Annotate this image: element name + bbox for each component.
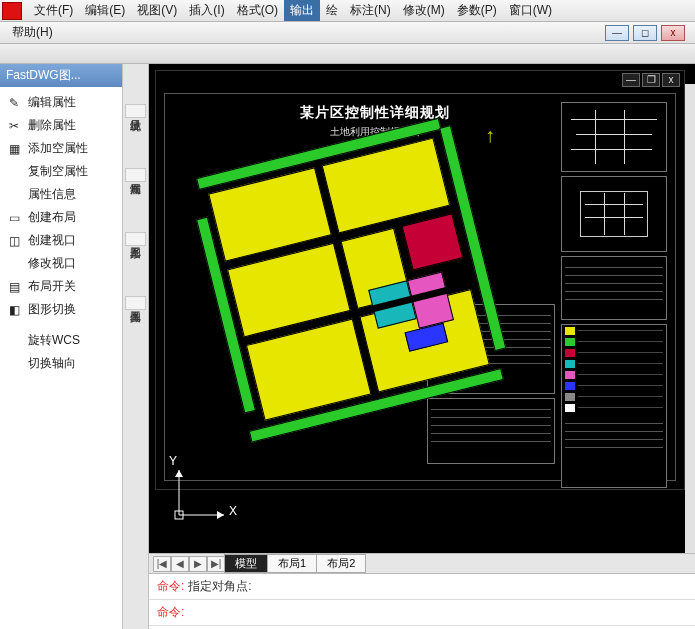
vtab-attr-layout[interactable]: 属性布局 [125, 168, 146, 182]
panel-item-mod-viewport[interactable]: 修改视口 [0, 252, 122, 275]
pencil-icon: ✎ [6, 95, 22, 111]
panel-item-edit-attr[interactable]: ✎编辑属性 [0, 91, 122, 114]
doc-close-button[interactable]: x [662, 73, 680, 87]
panel-item-label: 编辑属性 [28, 94, 76, 111]
tab-nav-first[interactable]: |◀ [153, 556, 171, 572]
ucs-y-label: Y [169, 454, 177, 468]
ucs-x-label: X [229, 504, 237, 518]
layout-tab-2[interactable]: 布局2 [316, 554, 366, 573]
blank-icon [6, 256, 22, 272]
command-input[interactable] [186, 600, 190, 625]
index-panel [561, 176, 667, 252]
tab-nav-prev[interactable]: ◀ [171, 556, 189, 572]
menu-view[interactable]: 视图(V) [131, 0, 183, 21]
grid-icon: ▦ [6, 141, 22, 157]
panel-item-info-attr[interactable]: 属性信息 [0, 183, 122, 206]
doc-minimize-button[interactable]: — [622, 73, 640, 87]
side-panel: FastDWG图... ✎编辑属性 ✂删除属性 ▦添加空属性 复制空属性 属性信… [0, 64, 123, 629]
menu-annotate[interactable]: 标注(N) [344, 0, 397, 21]
panel-item-label: 创建布局 [28, 209, 76, 226]
ucs-icon: X Y [169, 460, 239, 533]
menu-bar: 文件(F) 编辑(E) 视图(V) 插入(I) 格式(O) 输出 绘 标注(N)… [0, 0, 695, 22]
tab-nav-next[interactable]: ▶ [189, 556, 207, 572]
canvas-wrap: — ❐ x 某片区控制性详细规划 土地利用控制规划图 ↑ [149, 64, 695, 629]
switch-icon: ◧ [6, 302, 22, 318]
keymap-panel [561, 102, 667, 172]
close-button[interactable]: x [661, 25, 685, 41]
command-area: 命令: 指定对角点: 命令: [149, 573, 695, 629]
menu-param[interactable]: 参数(P) [451, 0, 503, 21]
tab-nav-last[interactable]: ▶| [207, 556, 225, 572]
layout-tab-1[interactable]: 布局1 [267, 554, 317, 573]
panel-item-label: 删除属性 [28, 117, 76, 134]
menu-edit[interactable]: 编辑(E) [79, 0, 131, 21]
panel-item-label: 布局开关 [28, 278, 76, 295]
drawing-canvas[interactable]: — ❐ x 某片区控制性详细规划 土地利用控制规划图 ↑ [149, 64, 695, 553]
north-arrow-icon: ↑ [485, 124, 495, 147]
toolbar-strip [0, 44, 695, 64]
menu-format[interactable]: 格式(O) [231, 0, 284, 21]
panel-item-label: 复制空属性 [28, 163, 88, 180]
blank-icon [6, 187, 22, 203]
notes-panel [427, 398, 555, 464]
vtab-graphic-tools[interactable]: 图形工具 [125, 232, 146, 246]
blank-icon [6, 356, 22, 372]
vtab-image-tools[interactable]: 图像工具 [125, 296, 146, 310]
panel-item-del-attr[interactable]: ✂删除属性 [0, 114, 122, 137]
panel-item-create-viewport[interactable]: ◫创建视口 [0, 229, 122, 252]
layout-tab-model[interactable]: 模型 [224, 554, 268, 573]
eraser-icon: ✂ [6, 118, 22, 134]
toggle-icon: ▤ [6, 279, 22, 295]
menu-help[interactable]: 帮助(H) [6, 22, 59, 43]
doc-titlebar: — ❐ x [156, 71, 684, 89]
main-area: FastDWG图... ✎编辑属性 ✂删除属性 ▦添加空属性 复制空属性 属性信… [0, 64, 695, 629]
panel-item-label: 旋转WCS [28, 332, 80, 349]
viewport-icon: ◫ [6, 233, 22, 249]
minimize-button[interactable]: — [605, 25, 629, 41]
maximize-button[interactable]: ◻ [633, 25, 657, 41]
menu-window[interactable]: 窗口(W) [503, 0, 558, 21]
blank-icon [6, 164, 22, 180]
menu-bar-2: 帮助(H) — ◻ x [0, 22, 695, 44]
document-window: — ❐ x 某片区控制性详细规划 土地利用控制规划图 ↑ [155, 70, 685, 490]
layout-icon: ▭ [6, 210, 22, 226]
vertical-tabs: 显示统计 属性布局 图形工具 图像工具 [123, 64, 149, 629]
command-label: 命令: [149, 600, 186, 625]
drawing-sheet: 某片区控制性详细规划 土地利用控制规划图 ↑ [164, 93, 676, 481]
legend-panel [561, 324, 667, 488]
menu-draw[interactable]: 绘 [320, 0, 344, 21]
panel-item-rotate-wcs[interactable]: 旋转WCS [0, 329, 122, 352]
doc-maximize-button[interactable]: ❐ [642, 73, 660, 87]
vertical-scrollbar[interactable] [685, 84, 695, 553]
command-history: 指定对角点: [186, 574, 253, 599]
menu-file[interactable]: 文件(F) [28, 0, 79, 21]
panel-item-label: 添加空属性 [28, 140, 88, 157]
panel-item-add-attr[interactable]: ▦添加空属性 [0, 137, 122, 160]
panel-item-label: 属性信息 [28, 186, 76, 203]
panel-item-switch-axis[interactable]: 切换轴向 [0, 352, 122, 375]
panel-item-label: 修改视口 [28, 255, 76, 272]
panel-item-label: 创建视口 [28, 232, 76, 249]
layout-tabs: |◀ ◀ ▶ ▶| 模型 布局1 布局2 [149, 553, 695, 573]
menu-modify[interactable]: 修改(M) [397, 0, 451, 21]
svg-marker-1 [217, 511, 224, 519]
menu-output[interactable]: 输出 [284, 0, 320, 21]
panel-list: ✎编辑属性 ✂删除属性 ▦添加空属性 复制空属性 属性信息 ▭创建布局 ◫创建视… [0, 87, 122, 379]
panel-item-label: 图形切换 [28, 301, 76, 318]
blank-icon [6, 333, 22, 349]
command-label: 命令: [149, 574, 186, 599]
svg-marker-3 [175, 470, 183, 477]
window-buttons: — ◻ x [605, 25, 695, 41]
panel-item-layout-toggle[interactable]: ▤布局开关 [0, 275, 122, 298]
panel-title[interactable]: FastDWG图... [0, 64, 122, 87]
table-panel-1 [561, 256, 667, 320]
app-icon [2, 2, 22, 20]
panel-item-switch-drawing[interactable]: ◧图形切换 [0, 298, 122, 321]
panel-item-create-layout[interactable]: ▭创建布局 [0, 206, 122, 229]
panel-item-label: 切换轴向 [28, 355, 76, 372]
vtab-stats[interactable]: 显示统计 [125, 104, 146, 118]
menu-insert[interactable]: 插入(I) [183, 0, 230, 21]
panel-item-copy-attr[interactable]: 复制空属性 [0, 160, 122, 183]
